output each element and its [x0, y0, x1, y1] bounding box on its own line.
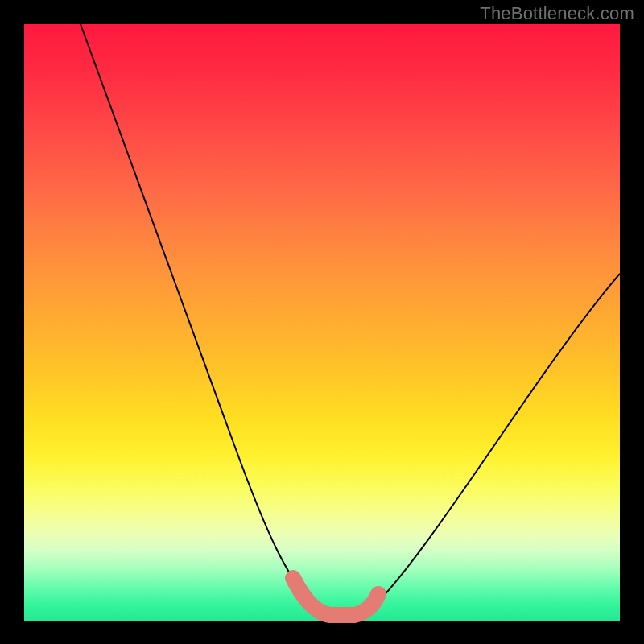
plot-area: [24, 24, 620, 621]
goal-region-highlight: [293, 578, 378, 615]
chart-frame: TheBottleneck.com: [0, 0, 644, 644]
watermark-text: TheBottleneck.com: [480, 3, 634, 24]
bottleneck-curve-svg: [24, 24, 620, 621]
bottleneck-curve: [80, 24, 620, 619]
